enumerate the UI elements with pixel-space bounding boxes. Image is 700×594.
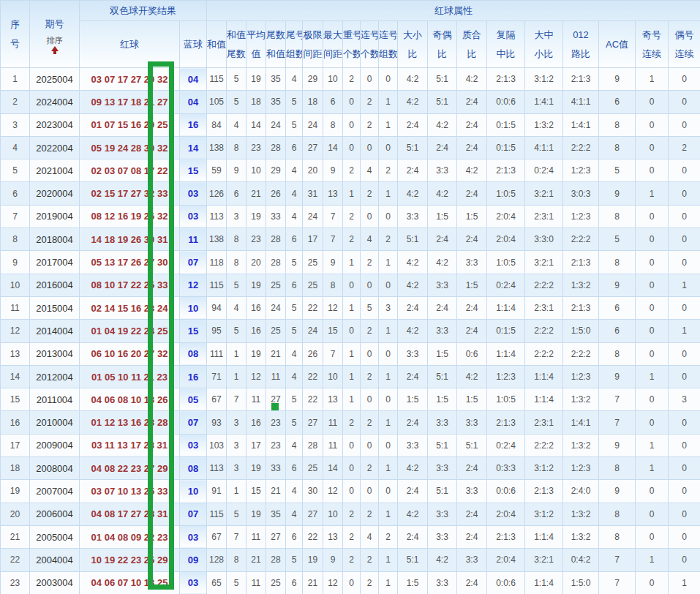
attr-value-cell: 0 (636, 91, 669, 113)
attr-value-cell: 1:3:2 (563, 274, 599, 296)
attr-value-cell: 21 (246, 549, 266, 571)
table-row: 11201500402 14 15 16 23 2410944162452212… (1, 296, 700, 319)
attr-value-cell: 22 (303, 525, 323, 548)
attr-value-cell: 8 (599, 113, 636, 136)
attr-value-cell: 20 (246, 251, 266, 274)
attr-value-cell: 9 (599, 365, 636, 388)
attr-value-cell: 4:2 (398, 503, 428, 525)
attr-value-cell: 6 (286, 457, 303, 480)
attr-value-cell: 1:5:0 (563, 320, 599, 342)
col-header-attr-5: 极限间距 (303, 21, 323, 68)
attr-value-cell: 9 (599, 434, 636, 456)
red-balls-cell: 03 11 13 17 28 31 (80, 434, 180, 456)
attr-value-cell: 3:3 (428, 457, 457, 480)
table-row: 4202200405 19 24 28 30 32141388232862714… (1, 136, 700, 159)
attr-value-cell: 9 (323, 251, 343, 274)
attr-value-cell: 4 (361, 525, 379, 548)
attr-value-cell: 13 (323, 182, 343, 205)
red-balls-cell: 04 08 17 27 28 31 (80, 503, 180, 525)
attr-value-cell: 0 (669, 525, 700, 548)
attr-value-cell: 26 (266, 182, 286, 205)
attr-value-cell: 11 (323, 411, 343, 434)
attr-value-cell: 6 (599, 296, 636, 319)
attr-value-cell: 3:2:1 (525, 251, 563, 274)
table-row: 21200500401 04 08 09 22 2303677112762213… (1, 525, 700, 548)
attr-value-cell: 2:4 (457, 525, 487, 548)
table-row: 12201400401 04 19 22 24 2515955162552415… (1, 320, 700, 342)
col-header-attr-4: 尾号组数 (286, 21, 303, 68)
attr-value-cell: 16 (246, 320, 266, 342)
attr-value-cell: 27 (303, 136, 323, 159)
attr-value-cell: 5:1 (428, 365, 457, 388)
blue-ball-cell: 16 (180, 113, 207, 136)
attr-value-cell: 0 (379, 136, 398, 159)
attr-value-cell: 4:2 (398, 274, 428, 296)
attr-value-cell: 138 (207, 228, 227, 251)
attr-value-cell: 18 (303, 91, 323, 113)
attr-value-cell: 0:1:5 (487, 320, 525, 342)
attr-value-cell: 2:3:1 (525, 205, 563, 228)
col-header-attr-16: AC值 (599, 21, 636, 68)
attr-value-cell: 4 (286, 205, 303, 228)
attr-value-cell: 0 (636, 159, 669, 182)
blue-ball-cell: 10 (180, 296, 207, 319)
table-row: 15201100404 06 08 10 13 2605677112752213… (1, 388, 700, 411)
period-cell: 2024004 (30, 91, 80, 113)
attr-value-cell: 2 (343, 68, 361, 91)
sort-control[interactable]: 排序 (30, 35, 79, 45)
attr-value-cell: 0 (636, 571, 669, 594)
col-header-attr-18: 偶号连续 (669, 21, 700, 68)
seq-cell: 10 (1, 274, 30, 296)
blue-ball-cell: 05 (180, 388, 207, 411)
col-header-seq: 序 号 (1, 1, 30, 68)
period-cell: 2022004 (30, 136, 80, 159)
col-header-attr-15: 012路比 (563, 21, 599, 68)
attr-value-cell: 3:3 (428, 320, 457, 342)
sort-ascending-icon[interactable] (51, 46, 59, 51)
period-cell: 2014004 (30, 320, 80, 342)
seq-cell: 9 (1, 251, 30, 274)
attr-value-cell: 22 (303, 296, 323, 319)
attr-value-cell: 5 (286, 91, 303, 113)
highlight-marker (271, 403, 279, 410)
red-balls-cell: 04 06 07 10 13 25 (80, 571, 180, 594)
attr-value-cell: 118 (207, 251, 227, 274)
table-row: 8201800414 18 19 26 30 31111388232861772… (1, 228, 700, 251)
attr-value-cell: 126 (207, 182, 227, 205)
attr-value-cell: 1:2:3 (563, 365, 599, 388)
attr-value-cell: 8 (599, 525, 636, 548)
attr-value-cell: 27 (266, 525, 286, 548)
period-cell: 2012004 (30, 365, 80, 388)
seq-cell: 18 (1, 457, 30, 480)
attr-value-cell: 128 (207, 549, 227, 571)
period-cell: 2017004 (30, 251, 80, 274)
attr-value-cell: 13 (323, 525, 343, 548)
attr-value-cell: 0 (343, 434, 361, 456)
attr-value-cell: 1:2:3 (563, 159, 599, 182)
col-header-attr-12: 质合比 (457, 21, 487, 68)
attr-value-cell: 6 (286, 136, 303, 159)
attr-value-cell: 2 (361, 320, 379, 342)
attr-value-cell: 8 (599, 342, 636, 365)
attr-value-cell: 0 (636, 228, 669, 251)
attr-value-cell: 0 (636, 136, 669, 159)
attr-value-cell: 2:4 (398, 365, 428, 388)
attr-value-cell: 0 (669, 503, 700, 525)
attr-value-cell: 0 (636, 320, 669, 342)
attr-value-cell: 1 (636, 182, 669, 205)
attr-value-cell: 2:3:1 (525, 411, 563, 434)
attr-value-cell: 2:2:2 (525, 342, 563, 365)
attr-value-cell: 6 (286, 274, 303, 296)
seq-cell: 8 (1, 228, 30, 251)
attr-value-cell: 2 (379, 525, 398, 548)
attr-value-cell: 4:2 (457, 159, 487, 182)
attr-value-cell: 91 (207, 480, 227, 503)
period-cell: 2021004 (30, 159, 80, 182)
attr-value-cell: 5 (599, 159, 636, 182)
attr-value-cell: 8 (599, 251, 636, 274)
period-cell: 2018004 (30, 228, 80, 251)
attr-value-cell: 0:0:6 (487, 571, 525, 594)
lottery-stats-page: 序 号 期号 排序 双色球开奖结果 红球属性 红球 蓝球 和值和值尾数平均值尾数… (0, 0, 700, 594)
attr-value-cell: 9 (599, 480, 636, 503)
attr-value-cell: 11 (246, 525, 266, 548)
